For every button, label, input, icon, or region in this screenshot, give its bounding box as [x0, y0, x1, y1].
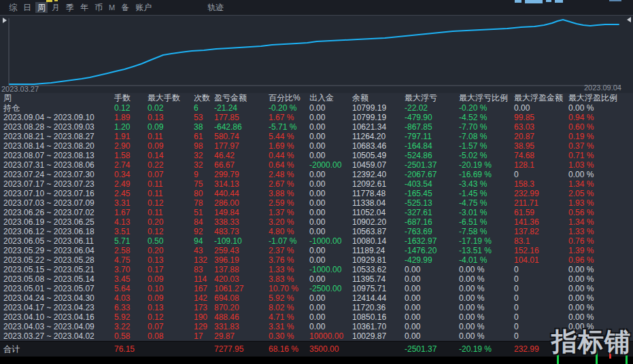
- table-row[interactable]: 2023.09.04 ~ 2023.09.101.890.1353177.851…: [0, 113, 633, 122]
- cell: 0.00: [309, 208, 352, 217]
- cell: 3.22: [114, 322, 148, 331]
- column-header: 最大浮盈比例: [568, 93, 633, 103]
- cell: 177.97: [214, 141, 269, 151]
- tab-summary[interactable]: 综: [7, 2, 19, 13]
- cell: 12392.40: [352, 170, 405, 179]
- table-row[interactable]: 2023.05.15 ~ 2023.05.213.700.1783137.881…: [0, 265, 633, 274]
- cell: 5.44 %: [269, 132, 309, 141]
- table-row[interactable]: 2023.04.03 ~ 2023.04.093.220.07129331.83…: [0, 322, 633, 331]
- tab-yearly[interactable]: 年: [78, 2, 90, 13]
- cell: -327.61: [405, 208, 459, 217]
- cell: 173: [194, 303, 214, 312]
- cell: 12414.44: [352, 293, 405, 303]
- cell: 1.93 %: [568, 198, 633, 208]
- tab-quarterly[interactable]: 季: [64, 2, 76, 13]
- cell: -642.86: [214, 122, 269, 132]
- table-row[interactable]: 2023.08.14 ~ 2023.08.202.900.0998177.971…: [0, 141, 633, 151]
- cell: 0.00: [405, 284, 459, 293]
- cell: 92: [194, 227, 214, 236]
- cell: 2.37 %: [269, 246, 309, 255]
- table-row[interactable]: 2023.07.17 ~ 2023.07.232.490.1175314.132…: [0, 179, 633, 189]
- table-row[interactable]: 2023.06.05 ~ 2023.06.115.710.5094-109.10…: [0, 236, 633, 246]
- tab-daily[interactable]: 日: [21, 2, 33, 13]
- cell: 7277.95: [214, 342, 269, 357]
- cell: 2.90: [114, 141, 148, 151]
- cell: 0.00: [309, 122, 352, 132]
- cell: 0.11: [148, 179, 194, 189]
- table-row[interactable]: 2023.05.08 ~ 2023.05.143.450.09114420.03…: [0, 274, 633, 284]
- cell: 3500.00: [309, 342, 352, 357]
- cell: 137.88: [214, 265, 269, 274]
- cell: 167: [194, 284, 214, 293]
- row-label: 2023.05.15 ~ 2023.05.21: [0, 265, 114, 274]
- tab-account[interactable]: 账户: [133, 2, 154, 13]
- row-label: 2023.07.10 ~ 2023.07.16: [0, 189, 114, 198]
- cell: 0.12: [148, 198, 194, 208]
- table-row[interactable]: 2023.07.10 ~ 2023.07.162.450.1180440.443…: [0, 189, 633, 198]
- cell: 0.00: [309, 303, 352, 312]
- table-row[interactable]: 2023.03.27 ~ 2023.04.020.580.081729.870.…: [0, 331, 633, 341]
- row-label: 2023.04.24 ~ 2023.04.30: [0, 293, 114, 303]
- cell: -1.57 %: [459, 141, 514, 151]
- cell: 0.20: [148, 217, 194, 227]
- cell: -165.45: [405, 189, 459, 198]
- table-row[interactable]: 2023.05.22 ~ 2023.05.284.750.13132396.19…: [0, 255, 633, 265]
- cell: 0.11: [148, 132, 194, 141]
- tab-trajectory[interactable]: 轨迹: [205, 2, 226, 13]
- cell: 12092.61: [352, 179, 405, 189]
- row-label: 2023.06.19 ~ 2023.06.25: [0, 217, 114, 227]
- table-row[interactable]: 2023.06.12 ~ 2023.06.183.510.1292483.734…: [0, 227, 633, 236]
- cell: 1.39 %: [568, 246, 633, 255]
- table-row[interactable]: 2023.04.17 ~ 2023.04.236.330.13173870.20…: [0, 303, 633, 312]
- cell: -4.75 %: [459, 198, 514, 208]
- table-row[interactable]: 2023.07.03 ~ 2023.07.093.310.1278286.002…: [0, 198, 633, 208]
- table-row[interactable]: 2023.08.07 ~ 2023.08.131.580.143246.420.…: [0, 151, 633, 160]
- tab-monthly[interactable]: 月: [50, 2, 62, 13]
- cell: 5.92: [114, 312, 148, 322]
- cropped-title-fragment: [46, 0, 52, 2]
- cell: 114: [194, 274, 214, 284]
- table-row[interactable]: 2023.04.24 ~ 2023.04.304.030.09142694.08…: [0, 293, 633, 303]
- column-header: 手数: [114, 93, 148, 103]
- cell: 0.00: [405, 293, 459, 303]
- cell: 0.00: [309, 103, 352, 113]
- table-row[interactable]: 2023.06.19 ~ 2023.06.254.130.2084338.333…: [0, 217, 633, 227]
- table-row[interactable]: 2023.07.31 ~ 2023.08.062.740.223266.670.…: [0, 160, 633, 170]
- position-row[interactable]: 持仓0.120.026-21.24-0.20 %0.0010799.19-22.…: [0, 103, 633, 113]
- tab-currency[interactable]: 币: [92, 2, 105, 13]
- cell: -5.71 %: [269, 122, 309, 132]
- cell: 10563.87: [352, 227, 405, 236]
- table-row[interactable]: 2023.07.24 ~ 2023.07.300.340.079299.792.…: [0, 170, 633, 179]
- scroll-left-arrow-icon[interactable]: [3, 18, 7, 23]
- column-header: 最大浮盈金额: [514, 93, 568, 103]
- cell: -21.24: [214, 103, 269, 113]
- scroll-right-arrow-icon[interactable]: [627, 17, 631, 22]
- cell: -687.16: [405, 217, 459, 227]
- table-row[interactable]: 2023.08.28 ~ 2023.09.031.200.0938-642.86…: [0, 122, 633, 132]
- cell: 0.00: [309, 170, 352, 179]
- tab-m[interactable]: M: [107, 2, 117, 13]
- cell: 46.42: [214, 151, 269, 160]
- equity-chart[interactable]: 2023.03.27 2023.09.04: [0, 15, 633, 93]
- cell: 2.05 %: [568, 189, 633, 198]
- table-row[interactable]: 2023.06.26 ~ 2023.07.021.670.1151149.841…: [0, 208, 633, 217]
- cell: -479.90: [405, 113, 459, 122]
- cell: 1.67 %: [269, 113, 309, 122]
- tab-notes[interactable]: 备: [119, 2, 131, 13]
- cell: -2501.37: [405, 160, 459, 170]
- table-row[interactable]: 2023.04.10 ~ 2023.04.165.920.12190488.46…: [0, 312, 633, 322]
- cell: 61: [194, 132, 214, 141]
- cell: 1.37 %: [269, 208, 309, 217]
- row-label: 2023.05.29 ~ 2023.06.04: [0, 246, 114, 255]
- table-row[interactable]: 2023.05.29 ~ 2023.06.042.580.2043259.432…: [0, 246, 633, 255]
- cell: 141.36: [514, 217, 568, 227]
- cell: -763.69: [405, 227, 459, 236]
- cell: -1632.97: [405, 236, 459, 246]
- cell: 338.33: [214, 217, 269, 227]
- table-row[interactable]: 2023.08.21 ~ 2023.08.271.910.1161580.745…: [0, 132, 633, 141]
- table-row[interactable]: 2023.05.01 ~ 2023.05.075.640.101671061.2…: [0, 284, 633, 293]
- cell: 4.13: [114, 217, 148, 227]
- cell: 2.67 %: [269, 179, 309, 189]
- tab-weekly[interactable]: 周: [35, 2, 48, 13]
- cell: -7.70 %: [459, 122, 514, 132]
